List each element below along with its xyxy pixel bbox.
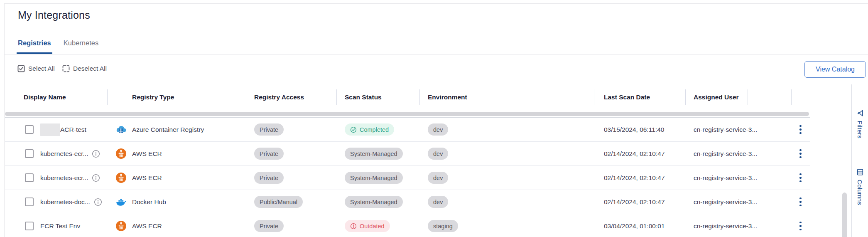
scan-status-label: System-Managed (350, 151, 397, 157)
display-name-cell: ECR Test Env (5, 222, 107, 230)
row-actions-cell (791, 172, 810, 184)
side-panel: Filters Columns (851, 84, 868, 237)
kebab-menu-icon[interactable] (796, 196, 805, 208)
last-scan-date-cell: 03/15/2024, 06:11:40 (594, 126, 685, 133)
scan-status-cell: System-Managed (336, 196, 419, 208)
kebab-menu-icon[interactable] (796, 172, 805, 184)
tab-bar: Registries Kubernetes (17, 39, 100, 54)
row-checkbox[interactable] (25, 149, 34, 158)
display-name-cell: kubernetes-doc... (5, 198, 107, 206)
environment-badge: dev (433, 126, 443, 133)
environment-badge: dev (433, 151, 443, 157)
info-icon[interactable] (92, 150, 100, 158)
table-row[interactable]: ACR-test Azure Container Registry Privat… (5, 118, 810, 142)
table-row[interactable]: ECR Test Env AWS ECR Private Out (5, 214, 810, 237)
registry-access-badge: Private (260, 175, 278, 181)
redacted-text (40, 123, 60, 136)
registry-access-badge: Private (260, 151, 278, 157)
registry-type-text: Docker Hub (132, 198, 166, 206)
row-checkbox[interactable] (25, 173, 34, 182)
table-header: Display Name Registry Type Registry Acce… (5, 85, 810, 109)
display-name-cell: kubernetes-ecr... (5, 173, 107, 182)
registry-type-cell: Azure Container Registry (107, 124, 246, 135)
view-catalog-button[interactable]: View Catalog (804, 61, 866, 78)
column-header-registry-access[interactable]: Registry Access (246, 85, 336, 109)
registry-type-cell: AWS ECR (107, 172, 246, 183)
registry-type-text: Azure Container Registry (132, 126, 204, 133)
display-name-text: kubernetes-ecr... (40, 174, 88, 182)
check-circle-icon (350, 126, 357, 133)
display-name-text: kubernetes-doc... (40, 198, 90, 206)
registry-access-cell: Public/Manual (246, 196, 336, 208)
docker-hub-icon (115, 196, 127, 207)
tab-registries[interactable]: Registries (17, 39, 52, 54)
environment-cell: staging (419, 220, 594, 232)
registry-access-cell: Private (246, 123, 336, 136)
my-integrations-page: My Integrations Registries Kubernetes Se… (0, 0, 868, 237)
horizontal-scrollbar (5, 111, 810, 118)
table-row[interactable]: kubernetes-doc... Docker Hub Public/Manu… (5, 190, 810, 214)
scan-status-cell: Outdated (336, 220, 419, 232)
column-header-assigned-user[interactable]: Assigned User (685, 85, 748, 109)
select-all-label: Select All (28, 65, 55, 72)
kebab-menu-icon[interactable] (796, 123, 805, 136)
environment-cell: dev (419, 123, 594, 136)
info-icon[interactable] (92, 174, 100, 182)
environment-cell: dev (419, 148, 594, 160)
environment-badge: staging (433, 223, 453, 230)
registry-type-text: AWS ECR (132, 150, 162, 158)
column-header-environment[interactable]: Environment (419, 85, 594, 109)
column-header-scan-status[interactable]: Scan Status (336, 85, 419, 109)
column-header-display-name[interactable]: Display Name (5, 85, 107, 109)
registry-type-text: AWS ECR (132, 174, 162, 182)
environment-badge: dev (433, 199, 443, 205)
scan-status-cell: System-Managed (336, 148, 419, 160)
scan-status-badge: Outdated (345, 220, 390, 232)
scan-status-cell: System-Managed (336, 172, 419, 184)
registry-access-badge: Private (260, 126, 278, 133)
column-header-last-scan-date[interactable]: Last Scan Date (594, 85, 685, 109)
column-header-actions (791, 85, 810, 109)
last-scan-date-cell: 03/04/2024, 01:00:01 (594, 222, 685, 230)
column-header-spacer (748, 85, 791, 109)
top-divider (4, 3, 868, 4)
row-checkbox[interactable] (25, 198, 34, 206)
horizontal-scrollbar-thumb[interactable] (5, 112, 809, 116)
last-scan-date-cell: 02/14/2024, 02:10:47 (594, 198, 685, 206)
info-icon[interactable] (94, 198, 102, 206)
select-all-button[interactable]: Select All (17, 63, 55, 74)
registry-access-cell: Private (246, 148, 336, 160)
row-actions-cell (791, 123, 810, 136)
tab-kubernetes[interactable]: Kubernetes (62, 39, 100, 54)
scan-status-badge: Completed (345, 123, 394, 136)
row-checkbox[interactable] (25, 222, 34, 230)
dashed-selection-icon (62, 65, 70, 72)
table-row[interactable]: kubernetes-ecr... AWS ECR Private (5, 166, 810, 190)
columns-panel-button[interactable]: Columns (856, 168, 864, 205)
columns-panel-label: Columns (856, 180, 863, 205)
assigned-user-cell: cn-registry-service-3... (685, 174, 748, 182)
filters-panel-label: Filters (856, 121, 863, 138)
last-scan-date-cell: 02/14/2024, 02:10:47 (594, 174, 685, 182)
vertical-scrollbar-thumb[interactable] (842, 193, 847, 237)
deselect-all-button[interactable]: Deselect All (62, 63, 107, 74)
table-row[interactable]: kubernetes-ecr... AWS ECR Private (5, 142, 810, 166)
registry-type-cell: AWS ECR (107, 220, 246, 232)
deselect-all-label: Deselect All (73, 65, 107, 72)
column-header-registry-type[interactable]: Registry Type (107, 85, 246, 109)
scan-status-label: Outdated (360, 223, 385, 230)
row-actions-cell (791, 196, 810, 208)
checkbox-checked-icon (17, 65, 25, 72)
display-name-text: ACR-test (60, 126, 86, 133)
environment-badge: dev (433, 175, 443, 181)
registry-type-cell: AWS ECR (107, 148, 246, 159)
aws-ecr-icon (115, 172, 127, 183)
row-checkbox[interactable] (25, 125, 34, 134)
filters-panel-button[interactable]: Filters (856, 109, 864, 138)
last-scan-date-cell: 02/14/2024, 02:10:47 (594, 150, 685, 158)
row-actions-cell (791, 220, 810, 232)
aws-ecr-icon (115, 148, 127, 159)
kebab-menu-icon[interactable] (796, 220, 805, 232)
kebab-menu-icon[interactable] (796, 148, 805, 160)
environment-cell: dev (419, 172, 594, 184)
